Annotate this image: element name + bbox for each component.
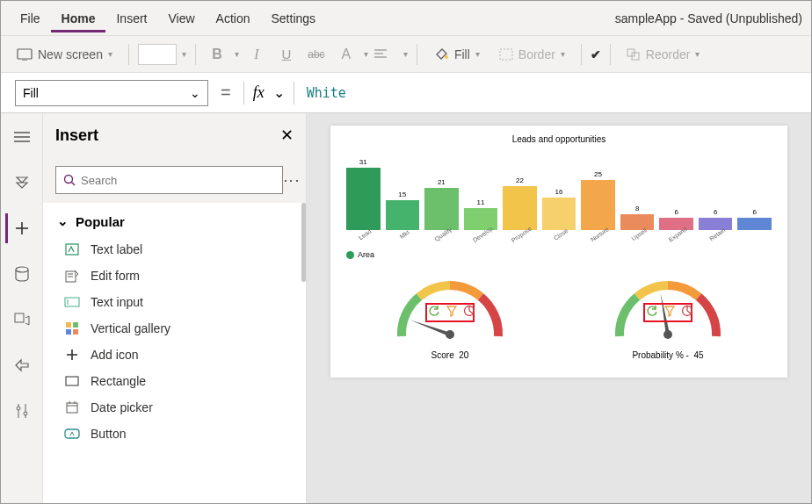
chevron-down-icon: ▾ [108,49,112,59]
insert-item-label: Text label [91,242,142,256]
fill-label: Fill [454,47,470,61]
filter-icon[interactable] [663,305,676,317]
svg-rect-30 [66,329,71,335]
svg-rect-15 [15,313,24,322]
svg-rect-0 [18,49,32,59]
text-input-icon [64,297,80,307]
align-button[interactable] [373,48,398,61]
insert-item[interactable]: Text label [50,236,299,263]
menu-insert[interactable]: Insert [105,4,157,32]
insert-item[interactable]: Add icon [50,342,299,368]
insert-item-label: Text input [91,295,143,309]
svg-rect-6 [500,49,512,60]
chart-icon[interactable] [463,305,475,317]
equals-label: = [217,83,235,103]
svg-rect-28 [66,322,71,328]
search-icon [63,174,76,186]
insert-item[interactable]: Edit form [50,263,299,289]
expand-icon[interactable]: ✔ [591,47,601,61]
search-field[interactable] [81,174,275,187]
insert-item-label: Button [91,427,126,441]
new-screen-label: New screen [38,47,103,61]
border-button[interactable]: Border▾ [492,44,572,65]
insert-item[interactable]: Date picker [50,394,299,421]
underline-button[interactable]: U [274,47,299,61]
canvas[interactable]: Leads and opportunities 3115211122162586… [307,113,811,503]
chevron-down-icon[interactable]: ▾ [182,49,186,59]
svg-rect-31 [73,329,78,335]
insert-item-label: Vertical gallery [91,321,170,335]
chevron-down-icon[interactable]: ⌄ [273,84,285,101]
chevron-down-icon: ⌄ [57,213,69,229]
menu-action[interactable]: Action [206,4,261,32]
svg-point-19 [24,412,27,415]
search-input[interactable] [55,166,283,194]
reorder-label: Reorder [646,47,691,61]
rail-tree[interactable] [7,168,37,198]
refresh-icon[interactable] [428,305,440,317]
menu-view[interactable]: View [157,4,205,32]
refresh-icon[interactable] [646,305,658,317]
fx-icon[interactable]: fx [253,83,265,102]
left-rail [1,113,43,503]
app-preview[interactable]: Leads and opportunities 3115211122162586… [330,126,787,378]
gauge-label: Probability % - 45 [632,350,703,360]
calendar-icon [64,401,80,414]
chart-title: Leads and opportunities [341,134,777,144]
rail-flows[interactable] [7,350,37,380]
rail-insert[interactable] [5,213,35,243]
gallery-icon [64,322,80,335]
insert-item-label: Edit form [91,269,140,283]
svg-point-17 [17,407,20,410]
italic-button[interactable]: I [244,47,269,62]
bar-chart: 311521112216258666 [341,151,777,230]
color-swatch[interactable] [138,44,177,65]
paint-bucket-icon [433,47,449,61]
menu-file[interactable]: File [10,4,51,32]
chart-legend: Area [346,250,777,259]
svg-rect-26 [65,298,79,306]
border-icon [499,48,513,61]
reorder-icon [627,48,641,61]
insert-item[interactable]: Button [50,421,299,447]
svg-point-20 [65,176,73,184]
strike-button[interactable]: abc [304,48,329,61]
reorder-button[interactable]: Reorder▾ [620,44,707,65]
more-icon[interactable]: ⋮ [290,173,294,188]
insert-item-label: Date picker [91,400,153,414]
fill-button[interactable]: Fill▾ [426,44,487,65]
svg-point-5 [445,55,448,59]
svg-point-14 [16,267,28,272]
svg-rect-34 [66,377,78,385]
chart-icon[interactable] [681,305,693,317]
new-screen-button[interactable]: New screen ▾ [10,44,120,65]
formula-bar: Fill ⌄ = fx ⌄ White [1,73,811,113]
bold-button[interactable]: B [205,47,229,62]
property-selector[interactable]: Fill ⌄ [15,80,208,106]
insert-item-label: Add icon [91,348,138,362]
rail-media[interactable] [7,305,37,335]
font-color-button[interactable]: A [334,47,359,62]
insert-item[interactable]: Vertical gallery [50,315,299,342]
menu-settings[interactable]: Settings [261,4,327,32]
insert-item[interactable]: Rectangle [50,368,299,394]
formula-input[interactable]: White [303,82,797,104]
menu-home[interactable]: Home [51,4,106,32]
svg-rect-39 [65,429,79,438]
svg-point-40 [446,330,454,339]
insert-item[interactable]: Text input [50,289,299,315]
category-label: Popular [76,214,125,229]
svg-point-42 [663,330,672,339]
app-status: sampleApp - Saved (Unpublished) [615,11,802,25]
property-name: Fill [23,86,39,100]
rail-data[interactable] [7,259,37,289]
scrollbar[interactable] [301,203,306,282]
rectangle-icon [64,376,80,386]
rail-settings[interactable] [7,396,37,426]
filter-icon[interactable] [446,305,458,317]
insert-item-label: Rectangle [91,374,146,388]
close-icon[interactable]: ✕ [280,126,294,145]
rail-hamburger[interactable] [7,122,37,152]
category-header[interactable]: ⌄ Popular [50,206,299,236]
insert-pane: Insert ✕ ⋮ ⌄ Popular Text labelEdit form… [43,113,307,503]
